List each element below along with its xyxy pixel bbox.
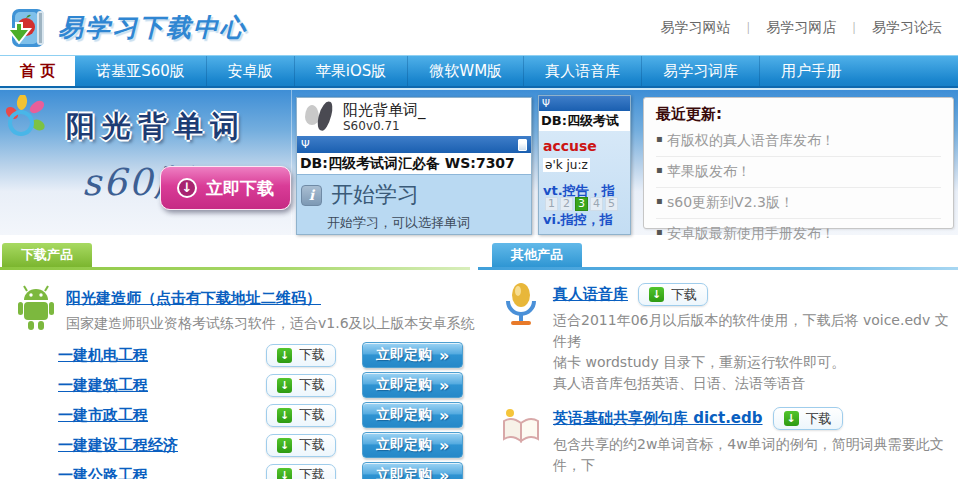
app-version: S60v0.71 bbox=[343, 119, 426, 133]
update-item[interactable]: ▪ 有版权的真人语音库发布！ bbox=[656, 126, 941, 157]
antenna-icon: Ψ bbox=[542, 98, 550, 109]
banner-download-button[interactable]: ↓ 立即下载 bbox=[160, 166, 291, 210]
update-item-text: 安卓版最新使用手册发布！ bbox=[667, 225, 835, 241]
download-row: 一建市政工程 ↓下载 立即定购» bbox=[58, 400, 478, 430]
download-button-label: 下载 bbox=[671, 286, 697, 304]
download-arrow-icon: ↓ bbox=[277, 468, 292, 479]
page-number: 2 bbox=[560, 197, 573, 211]
course-link[interactable]: 一建机电工程 bbox=[58, 346, 266, 365]
microphone-icon bbox=[500, 283, 542, 329]
order-button[interactable]: 立即定购» bbox=[362, 342, 463, 368]
phone2-phonetic: ə'k ju:z bbox=[543, 158, 590, 172]
app-logo-icon bbox=[297, 99, 343, 135]
page-number-active: 3 bbox=[575, 197, 588, 211]
downloads-column: 下载产品 阳光建造 bbox=[0, 243, 478, 479]
antenna-icon: Ψ bbox=[301, 138, 310, 151]
nav-item-manual[interactable]: 用户手册 bbox=[759, 56, 862, 86]
nav-item-dict[interactable]: 易学习词库 bbox=[641, 56, 759, 86]
chevron-right-icon: » bbox=[439, 406, 449, 425]
updates-title: 最近更新: bbox=[656, 105, 941, 124]
top-link-separator: ｜ bbox=[742, 19, 754, 36]
download-row: 一建建筑工程 ↓下载 立即定购» bbox=[58, 370, 478, 400]
download-row: 一建公路工程 ↓下载 立即定购» bbox=[58, 460, 478, 479]
update-item-text: s60更新到V2.3版！ bbox=[667, 194, 794, 210]
download-button-label: 下载 bbox=[806, 410, 832, 428]
chevron-right-icon: » bbox=[439, 376, 449, 395]
top-link-store[interactable]: 易学习网店 bbox=[766, 19, 836, 37]
phone-screenshot-2: Ψ DB:四级考试 accuse ə'k ju:z vt.控告，指 1 2 3 … bbox=[538, 95, 631, 235]
hero-banner: 阳光背单词 s60版 ↓ 立即下载 阳光背单词_ S60v0.71 bbox=[0, 90, 958, 235]
main-nav: 首 页 诺基亚S60版 安卓版 苹果iOS版 微软WM版 真人语音库 易学习词库… bbox=[0, 55, 958, 88]
course-link[interactable]: 一建建设工程经济 bbox=[58, 436, 266, 455]
nav-item-s60[interactable]: 诺基亚S60版 bbox=[75, 56, 206, 86]
download-button-label: 下载 bbox=[299, 436, 325, 454]
phone2-statusbar: Ψ bbox=[539, 96, 630, 111]
site-logo[interactable]: 易学习下载中心 bbox=[6, 3, 247, 53]
update-item[interactable]: ▪ s60更新到V2.3版！ bbox=[656, 188, 941, 219]
phone2-pagination: 1 2 3 4 5 bbox=[545, 197, 630, 211]
download-button-label: 下载 bbox=[299, 376, 325, 394]
builder-product-desc: 国家建造师职业资格考试练习软件，适合v1.6及以上版本安卓系统 bbox=[66, 313, 475, 334]
phone2-db-line: DB:四级考试 bbox=[539, 111, 630, 131]
download-button[interactable]: ↓下载 bbox=[266, 344, 336, 367]
nav-item-voice[interactable]: 真人语音库 bbox=[523, 56, 641, 86]
order-button[interactable]: 立即定购» bbox=[362, 432, 463, 458]
product-columns: 下载产品 阳光建造 bbox=[0, 243, 958, 479]
download-button[interactable]: ↓下载 bbox=[266, 374, 336, 397]
download-button-label: 下载 bbox=[299, 406, 325, 424]
voice-lib-desc-3: 真人语音库包括英语、日语、法语等语音 bbox=[553, 373, 958, 394]
download-button[interactable]: ↓下载 bbox=[773, 407, 843, 430]
nav-item-android[interactable]: 安卓版 bbox=[206, 56, 294, 86]
page-number: 4 bbox=[590, 197, 603, 211]
update-item[interactable]: ▪ 苹果版发布！ bbox=[656, 157, 941, 188]
tab-downloads: 下载产品 bbox=[2, 243, 92, 267]
order-button-label: 立即定购 bbox=[376, 436, 432, 454]
download-button[interactable]: ↓下载 bbox=[266, 434, 336, 457]
bullet-icon: ▪ bbox=[656, 133, 663, 144]
nav-item-wm[interactable]: 微软WM版 bbox=[407, 56, 523, 86]
backpack-download-icon bbox=[6, 3, 52, 53]
open-book-icon bbox=[500, 407, 542, 449]
bullet-icon: ▪ bbox=[656, 164, 663, 175]
recent-updates-panel: 最近更新: ▪ 有版权的真人语音库发布！ ▪ 苹果版发布！ ▪ s60更新到V2… bbox=[643, 97, 954, 229]
download-button-label: 下载 bbox=[299, 346, 325, 364]
nav-item-ios[interactable]: 苹果iOS版 bbox=[294, 56, 408, 86]
phone2-meaning-vi: vi.指控，指 bbox=[543, 211, 630, 229]
phone-screenshot-1: 阳光背单词_ S60v0.71 Ψ DB:四级考试词汇必备 WS:7307 i … bbox=[296, 97, 532, 235]
download-row: 一建建设工程经济 ↓下载 立即定购» bbox=[58, 430, 478, 460]
download-arrow-icon: ↓ bbox=[277, 378, 292, 393]
header: 易学习下载中心 易学习网站 ｜ 易学习网店 ｜ 易学习论坛 bbox=[0, 0, 958, 55]
nav-item-home[interactable]: 首 页 bbox=[0, 56, 75, 86]
top-link-forum[interactable]: 易学习论坛 bbox=[872, 19, 942, 37]
bullet-icon: ▪ bbox=[656, 226, 663, 237]
site-title: 易学习下载中心 bbox=[58, 11, 247, 44]
sentence-lib-desc-1: 包含共享的约2w单词音标，4w单词的例句，简明词典需要此文件，下 bbox=[553, 434, 958, 476]
banner-download-label: 立即下载 bbox=[206, 177, 274, 200]
order-button-label: 立即定购 bbox=[376, 466, 432, 479]
download-button[interactable]: ↓下载 bbox=[266, 464, 336, 479]
download-button[interactable]: ↓下载 bbox=[266, 404, 336, 427]
builder-product-link[interactable]: 阳光建造师（点击有下载地址二维码） bbox=[66, 289, 321, 307]
phone1-menu-item: 开始学习 bbox=[331, 180, 419, 210]
download-row: 一建机电工程 ↓下载 立即定购» bbox=[58, 340, 478, 370]
order-button[interactable]: 立即定购» bbox=[362, 372, 463, 398]
order-button[interactable]: 立即定购» bbox=[362, 402, 463, 428]
builder-product: 阳光建造师（点击有下载地址二维码） 国家建造师职业资格考试练习软件，适合v1.6… bbox=[14, 284, 478, 334]
sentence-lib-link[interactable]: 英语基础共享例句库 dict.edb bbox=[553, 409, 763, 428]
others-column: 其他产品 真人语音库 ↓下载 适合2011年0 bbox=[478, 243, 958, 479]
voice-lib-link[interactable]: 真人语音库 bbox=[553, 285, 628, 304]
order-button-label: 立即定购 bbox=[376, 376, 432, 394]
top-link-separator: ｜ bbox=[848, 19, 860, 36]
top-link-website[interactable]: 易学习网站 bbox=[660, 19, 730, 37]
order-button[interactable]: 立即定购» bbox=[362, 462, 463, 479]
course-link[interactable]: 一建市政工程 bbox=[58, 406, 266, 425]
phone1-selected-row: i 开始学习 bbox=[297, 174, 531, 212]
update-item[interactable]: ▪ 安卓版最新使用手册发布！ bbox=[656, 219, 941, 249]
course-link[interactable]: 一建建筑工程 bbox=[58, 376, 266, 395]
page: 易学习下载中心 易学习网站 ｜ 易学习网店 ｜ 易学习论坛 首 页 诺基亚S60… bbox=[0, 0, 958, 479]
download-button[interactable]: ↓下载 bbox=[638, 283, 708, 306]
chevron-right-icon: » bbox=[439, 346, 449, 365]
course-link[interactable]: 一建公路工程 bbox=[58, 466, 266, 479]
phone2-word: accuse bbox=[543, 138, 630, 154]
voice-lib-desc-1: 适合2011年06月以后版本的软件使用，下载后将 voice.edv 文件拷 bbox=[553, 310, 958, 352]
